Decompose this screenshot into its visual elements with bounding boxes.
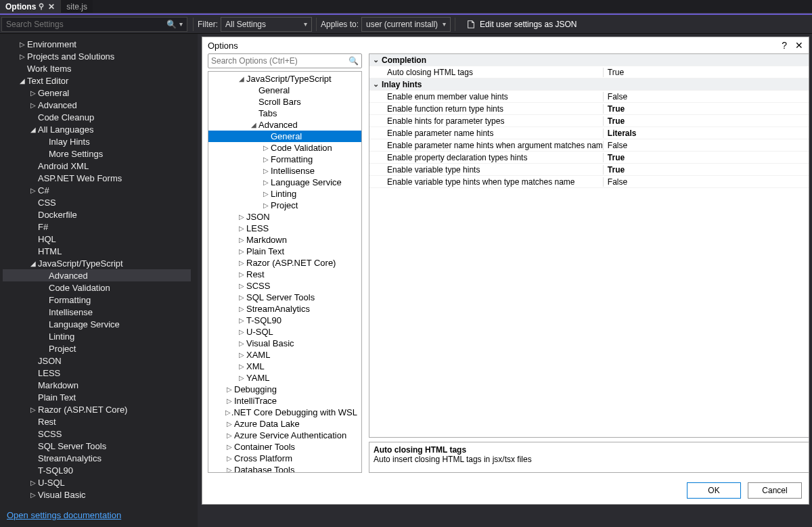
side-tree-item[interactable]: HTML xyxy=(3,245,191,257)
expand-icon[interactable]: ▷ xyxy=(237,363,246,370)
expand-icon[interactable]: ▷ xyxy=(225,386,234,393)
options-tree-item[interactable]: ▷U-SQL xyxy=(208,326,361,338)
property-value[interactable]: True xyxy=(603,165,809,175)
options-tree-item[interactable]: ▷JSON xyxy=(208,211,361,223)
property-value[interactable]: False xyxy=(603,141,809,150)
options-tree-item[interactable]: ▷Container Tools xyxy=(208,441,361,453)
search-settings-field[interactable]: 🔍 ▾ xyxy=(1,17,187,32)
side-tree-item[interactable]: StreamAnalytics xyxy=(3,452,191,464)
property-row[interactable]: Enable variable type hintsTrue xyxy=(369,164,809,176)
side-tree-item[interactable]: SCSS xyxy=(3,428,191,440)
options-tree-item[interactable]: Tabs xyxy=(208,108,361,119)
expand-icon[interactable]: ▷ xyxy=(237,236,246,244)
side-tree-item[interactable]: ◢Text Editor xyxy=(3,74,191,87)
property-value[interactable]: True xyxy=(603,153,809,162)
side-tree-item[interactable]: Work Items xyxy=(3,62,191,74)
side-tree-item[interactable]: Rest xyxy=(3,415,191,428)
help-icon[interactable]: ? xyxy=(782,40,787,51)
property-value[interactable]: Literals xyxy=(603,129,809,138)
side-tree-item[interactable]: LESS xyxy=(3,367,191,379)
side-tree-item[interactable]: JSON xyxy=(3,354,191,367)
options-tree-item[interactable]: ▷SQL Server Tools xyxy=(208,292,361,303)
expand-icon[interactable]: ◢ xyxy=(28,126,38,133)
options-tree-item[interactable]: ▷Project xyxy=(208,200,361,211)
options-tree-item[interactable]: ▷Visual Basic xyxy=(208,338,361,349)
side-tree-item[interactable]: Formatting xyxy=(3,294,191,306)
property-row[interactable]: Enable function return type hintsTrue xyxy=(369,103,809,115)
options-tree-item[interactable]: ▷Razor (ASP.NET Core) xyxy=(208,257,361,269)
options-tree-item[interactable]: Scroll Bars xyxy=(208,96,361,108)
options-tree-item[interactable]: ▷Database Tools xyxy=(208,464,361,473)
property-value[interactable]: False xyxy=(603,92,809,101)
options-tree-item[interactable]: ▷YAML xyxy=(208,372,361,384)
expand-icon[interactable]: ▷ xyxy=(225,420,234,428)
side-tree-item[interactable]: Language Service xyxy=(3,318,191,330)
options-tree-item[interactable]: ▷XAML xyxy=(208,349,361,361)
side-tree-item[interactable]: ▷Projects and Solutions xyxy=(3,50,191,62)
property-row[interactable]: Auto closing HTML tagsTrue xyxy=(369,66,809,78)
side-tree-item[interactable]: Dockerfile xyxy=(3,208,191,221)
options-tree-item[interactable]: ▷Formatting xyxy=(208,154,361,165)
dropdown-icon[interactable]: ▾ xyxy=(179,20,183,28)
options-search-input[interactable] xyxy=(211,56,348,66)
settings-tree-panel[interactable]: ▷Environment▷Projects and SolutionsWork … xyxy=(0,34,198,527)
expand-icon[interactable]: ▷ xyxy=(237,259,246,267)
expand-icon[interactable]: ◢ xyxy=(249,121,258,129)
expand-icon[interactable]: ▷ xyxy=(237,294,246,301)
open-docs-link[interactable]: Open settings documentation xyxy=(7,510,121,520)
options-search[interactable]: 🔍 xyxy=(208,53,362,68)
options-tree-item[interactable]: ▷Cross Platform xyxy=(208,453,361,464)
side-tree-item[interactable]: Linting xyxy=(3,330,191,342)
expand-icon[interactable]: ▷ xyxy=(237,271,246,278)
expand-icon[interactable]: ◢ xyxy=(237,75,246,83)
collapse-icon[interactable]: ⌄ xyxy=(369,55,382,64)
expand-icon[interactable]: ▷ xyxy=(237,328,246,336)
options-tree-item[interactable]: ▷Debugging xyxy=(208,384,361,395)
property-row[interactable]: Enable property declaration types hintsT… xyxy=(369,152,809,164)
property-grid[interactable]: ⌄CompletionAuto closing HTML tagsTrue⌄In… xyxy=(369,53,809,438)
expand-icon[interactable]: ▷ xyxy=(261,202,271,209)
side-tree-item[interactable]: Code Cleanup xyxy=(3,111,191,123)
expand-icon[interactable]: ▷ xyxy=(18,41,27,48)
expand-icon[interactable]: ▷ xyxy=(237,248,246,255)
expand-icon[interactable]: ▷ xyxy=(225,466,234,473)
expand-icon[interactable]: ▷ xyxy=(28,479,38,486)
ok-button[interactable]: OK xyxy=(687,482,741,499)
expand-icon[interactable]: ▷ xyxy=(237,213,246,221)
filter-select[interactable]: All Settings xyxy=(221,17,312,32)
side-tree-item[interactable]: Project xyxy=(3,342,191,354)
expand-icon[interactable]: ▷ xyxy=(225,409,231,416)
applies-to-select[interactable]: user (current install) xyxy=(361,17,451,32)
side-tree-item[interactable]: ▷U-SQL xyxy=(3,476,191,488)
side-tree-item[interactable]: F# xyxy=(3,221,191,233)
side-tree-item[interactable]: ASP.NET Web Forms xyxy=(3,172,191,184)
expand-icon[interactable]: ▷ xyxy=(237,351,246,359)
options-tree-item[interactable]: ▷LESS xyxy=(208,223,361,234)
property-category[interactable]: ⌄Inlay hints xyxy=(369,78,809,91)
close-icon[interactable]: ✕ xyxy=(48,2,55,12)
side-tree-item[interactable]: ▷Advanced xyxy=(3,99,191,111)
side-tree-item[interactable]: ▷Visual Basic xyxy=(3,488,191,501)
expand-icon[interactable]: ▷ xyxy=(261,167,271,175)
expand-icon[interactable]: ▷ xyxy=(225,443,234,451)
expand-icon[interactable]: ▷ xyxy=(225,455,234,462)
expand-icon[interactable]: ▷ xyxy=(28,187,38,194)
property-category[interactable]: ⌄Completion xyxy=(369,54,809,66)
options-tree-item[interactable]: ▷Azure Data Lake xyxy=(208,418,361,430)
side-tree-item[interactable]: ◢All Languages xyxy=(3,123,191,135)
side-tree-item[interactable]: ◢JavaScript/TypeScript xyxy=(3,257,191,269)
options-tree-item[interactable]: ▷Markdown xyxy=(208,234,361,246)
side-tree-item[interactable]: Inlay Hints xyxy=(3,135,191,147)
side-tree-item[interactable]: Intellisense xyxy=(3,306,191,318)
property-value[interactable]: True xyxy=(603,104,809,114)
side-tree-item[interactable]: ▷Razor (ASP.NET Core) xyxy=(3,403,191,415)
options-tree-item[interactable]: ◢JavaScript/TypeScript xyxy=(208,73,361,85)
options-category-tree[interactable]: ◢JavaScript/TypeScriptGeneralScroll Bars… xyxy=(208,71,362,473)
options-tree-item[interactable]: ▷IntelliTrace xyxy=(208,395,361,407)
expand-icon[interactable]: ▷ xyxy=(28,491,38,499)
side-tree-item[interactable]: CSS xyxy=(3,196,191,208)
options-tree-item[interactable]: ▷Plain Text xyxy=(208,246,361,257)
options-tree-item[interactable]: ▷StreamAnalytics xyxy=(208,303,361,315)
property-value[interactable]: True xyxy=(603,68,809,77)
search-input[interactable] xyxy=(6,20,164,29)
